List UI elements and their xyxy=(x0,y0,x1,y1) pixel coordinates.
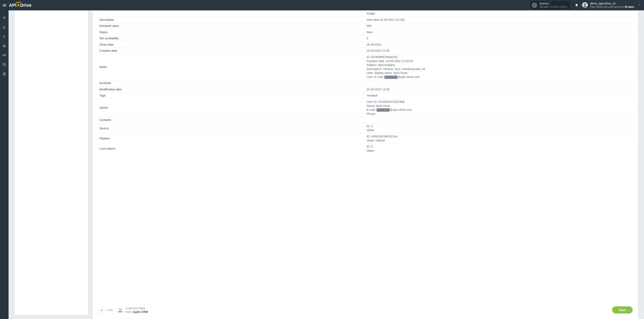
hamburger-icon xyxy=(2,3,7,8)
svg-text:?: ? xyxy=(4,72,5,75)
logo-x: X xyxy=(17,3,20,8)
data-table-scroll[interactable]: Image:DescriptionNew deal 20.09.2022 (12… xyxy=(98,10,632,302)
table-row: Image: xyxy=(98,10,632,17)
table-row: Archived xyxy=(98,80,632,86)
row-key: Archived xyxy=(98,80,366,86)
briefcase-icon xyxy=(2,44,6,48)
actions-counter[interactable]: i Actions: 25'145 / 50'000(50%) xyxy=(530,1,570,10)
user-circle-icon xyxy=(2,62,6,66)
download-icon xyxy=(117,306,124,313)
row-key xyxy=(98,10,366,17)
notifications-button[interactable] xyxy=(573,2,580,9)
logo[interactable]: APIXDrive xyxy=(9,3,31,8)
row-value: newdeal xyxy=(366,93,633,99)
user-icon xyxy=(582,2,588,8)
home-icon xyxy=(2,16,6,20)
table-row: Creation date20.09.2022 12:45 xyxy=(98,48,632,54)
row-value: ID: 5476690578440192 Creation date: 20.0… xyxy=(366,54,633,80)
row-value: 20.09.2022 12:45 xyxy=(366,86,633,93)
table-row: Close date25.09.2022 xyxy=(98,42,632,48)
table-row: NotesID: 5476690578440192 Creation date:… xyxy=(98,54,632,80)
edit-label: Edit xyxy=(108,308,113,312)
logo-drive: Drive xyxy=(20,3,31,8)
panel-footer: Edit Load test data from Agile CRM Next xyxy=(98,302,632,314)
table-row: Declared value500 xyxy=(98,23,632,29)
nav-billing[interactable] xyxy=(2,34,7,39)
dollar-icon xyxy=(2,34,6,38)
menu-button[interactable] xyxy=(2,2,7,8)
row-key: Source xyxy=(98,123,366,133)
nav-home[interactable] xyxy=(2,15,7,20)
table-row: Win probability0 xyxy=(98,36,632,42)
data-table: Image:DescriptionNew deal 20.09.2022 (12… xyxy=(98,10,632,154)
row-value xyxy=(366,80,633,86)
svg-point-4 xyxy=(4,64,5,65)
table-row: Loss reasonID: 0 Value: xyxy=(98,144,632,154)
row-value: User ID: 5242826373267456 Name: ApiX-Dri… xyxy=(366,99,633,117)
user-menu[interactable]: demo_apix-drive_s2 Plan |Start| left unt… xyxy=(582,2,642,8)
page-body: Image:DescriptionNew deal 20.09.2022 (12… xyxy=(8,10,644,319)
row-value: New xyxy=(366,29,633,36)
row-key: Creation date xyxy=(98,48,366,54)
row-key: Pipeline xyxy=(98,133,366,144)
row-value: 0 xyxy=(366,36,633,42)
chevron-down-icon xyxy=(638,3,641,7)
load-test-line2: from Agile CRM xyxy=(126,310,148,314)
table-row: Contacts xyxy=(98,117,632,123)
row-key: Contacts xyxy=(98,117,366,123)
table-row: DescriptionNew deal 20.09.2022 (12:45) xyxy=(98,17,632,23)
row-value: New deal 20.09.2022 (12:45) xyxy=(366,17,633,23)
nav-connections[interactable] xyxy=(2,25,7,30)
row-key: Description xyxy=(98,17,366,23)
table-row: Modification date20.09.2022 12:45 xyxy=(98,86,632,93)
row-value: 500 xyxy=(366,23,633,29)
youtube-icon xyxy=(2,53,6,57)
actions-label: Actions: xyxy=(540,2,567,5)
row-key: Declared value xyxy=(98,23,366,29)
logo-api: API xyxy=(9,3,16,8)
row-key: Status xyxy=(98,29,366,36)
nav-help[interactable]: ? xyxy=(2,72,7,76)
load-test-data-button[interactable]: Load test data from Agile CRM xyxy=(117,306,148,314)
left-rail: ? xyxy=(0,10,8,319)
nav-marketplace[interactable] xyxy=(2,43,7,48)
table-row: Tagsnewdeal xyxy=(98,93,632,99)
table-row: PipelineID: 4599194788102144 Value: Defa… xyxy=(98,133,632,144)
row-key: Close date xyxy=(98,42,366,48)
next-button[interactable]: Next xyxy=(612,306,632,314)
actions-numbers: 25'145 / 50'000(50%) xyxy=(540,5,567,9)
nav-video[interactable] xyxy=(2,53,7,58)
row-key: Owner xyxy=(98,99,366,117)
row-value: 25.09.2022 xyxy=(366,42,633,48)
row-key: Loss reason xyxy=(98,144,366,154)
top-header: APIXDrive i Actions: 25'145 / 50'000(50%… xyxy=(0,0,644,10)
user-plan: Plan |Start| left until payment 30 days xyxy=(590,5,634,8)
table-row: SourceID: 0 Value: xyxy=(98,123,632,133)
row-key: Modification date xyxy=(98,86,366,93)
row-value xyxy=(366,117,633,123)
help-icon: ? xyxy=(2,72,6,76)
left-steps-panel xyxy=(15,10,88,315)
row-value: ID: 0 Value: xyxy=(366,144,633,154)
main-panel: Image:DescriptionNew deal 20.09.2022 (12… xyxy=(93,10,638,319)
edit-button[interactable]: Edit xyxy=(98,306,113,314)
row-value: ID: 4599194788102144 Value: Default xyxy=(366,133,633,144)
user-name: demo_apix-drive_s2 xyxy=(590,2,634,5)
load-test-line1: Load test data xyxy=(126,306,148,310)
row-key: Notes xyxy=(98,54,366,80)
row-value: 20.09.2022 12:45 xyxy=(366,48,633,54)
pencil-icon xyxy=(100,308,104,312)
table-row: StatusNew xyxy=(98,29,632,36)
svg-point-1 xyxy=(584,4,586,5)
nav-account[interactable] xyxy=(2,62,7,67)
info-icon: i xyxy=(532,3,537,8)
row-key: Tags xyxy=(98,93,366,99)
table-row: OwnerUser ID: 5242826373267456 Name: Api… xyxy=(98,99,632,117)
row-value: Image: xyxy=(366,10,633,17)
bell-icon xyxy=(575,4,578,7)
sitemap-icon xyxy=(2,25,6,29)
row-key: Win probability xyxy=(98,36,366,42)
row-value: ID: 0 Value: xyxy=(366,123,633,133)
avatar xyxy=(582,2,588,8)
